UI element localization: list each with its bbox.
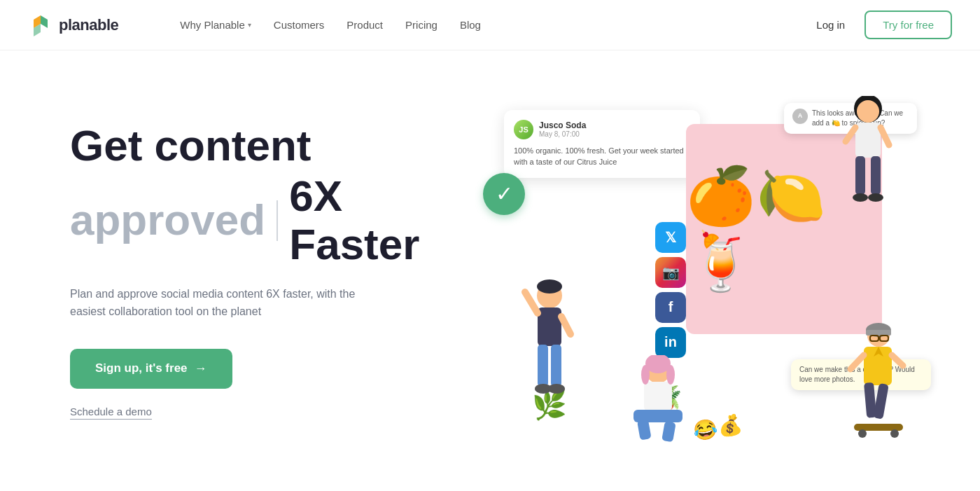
hero-headline-line1: Get content: [70, 122, 434, 170]
hero-subtitle: Plan and approve social media content 6X…: [70, 285, 371, 321]
twitter-icon: 𝕏: [655, 222, 686, 253]
svg-rect-16: [855, 156, 865, 195]
hero-divider: [276, 200, 278, 241]
svg-line-18: [846, 127, 855, 141]
character-3: [623, 355, 693, 446]
svg-point-11: [548, 384, 565, 394]
svg-rect-32: [866, 330, 891, 336]
post-text: 100% organic. 100% fresh. Get your week …: [514, 145, 690, 168]
character-1: [518, 278, 581, 418]
nav-link-pricing[interactable]: Pricing: [397, 13, 446, 36]
nav-links: Why Planable ▾ Customers Product Pricing…: [144, 0, 517, 50]
post-avatar: JS: [514, 120, 533, 139]
demo-link[interactable]: Schedule a demo: [70, 406, 152, 420]
logo-icon: [28, 13, 53, 38]
login-button[interactable]: Log in: [808, 13, 853, 36]
logo-text: planable: [59, 16, 118, 34]
svg-point-14: [857, 100, 879, 123]
hero-section: Get content approved 6X Faster Plan and …: [0, 50, 980, 491]
svg-point-29: [666, 365, 675, 385]
svg-rect-24: [644, 382, 672, 411]
logo[interactable]: planable: [28, 13, 118, 38]
svg-line-7: [561, 317, 570, 334]
svg-marker-0: [41, 15, 48, 28]
svg-point-4: [537, 279, 562, 293]
signup-button[interactable]: Sign up, it's free →: [70, 349, 232, 389]
nav-link-product[interactable]: Product: [338, 13, 391, 36]
nav-right: Log in Try for free: [808, 11, 952, 39]
hero-headline-row2: approved 6X Faster: [70, 172, 434, 268]
try-for-free-button[interactable]: Try for free: [864, 11, 952, 39]
svg-rect-8: [538, 345, 548, 387]
svg-line-43: [850, 355, 864, 369]
facebook-icon: f: [655, 292, 686, 323]
svg-rect-9: [551, 345, 561, 387]
arrow-right-icon: →: [195, 361, 207, 376]
svg-rect-39: [873, 383, 888, 420]
post-card-header: JS Jusco Soda May 8, 07:00: [514, 120, 690, 139]
nav-link-customers[interactable]: Customers: [265, 13, 333, 36]
svg-point-20: [853, 193, 868, 202]
nav-link-why[interactable]: Why Planable ▾: [172, 13, 260, 36]
post-name: Jusco Soda: [539, 120, 586, 130]
svg-rect-5: [538, 307, 561, 346]
comment-avatar-1: A: [792, 109, 808, 124]
svg-point-42: [890, 429, 899, 438]
svg-rect-27: [662, 421, 676, 442]
post-meta: Jusco Soda May 8, 07:00: [539, 120, 586, 138]
nav-left: planable Why Planable ▾ Customers Produc…: [28, 0, 517, 50]
linkedin-icon: in: [655, 327, 686, 358]
chevron-down-icon: ▾: [248, 21, 251, 29]
instagram-icon: 📷: [655, 257, 686, 288]
svg-point-28: [641, 365, 650, 385]
svg-rect-17: [871, 156, 881, 195]
hero-headline-accent: 6X Faster: [289, 172, 434, 268]
svg-line-19: [881, 127, 889, 145]
emoji-pile: 😂💰: [692, 412, 744, 443]
svg-rect-15: [855, 123, 881, 158]
hero-text: Get content approved 6X Faster Plan and …: [70, 122, 434, 420]
character-2: [840, 96, 896, 215]
svg-point-41: [858, 429, 867, 438]
nav-link-blog[interactable]: Blog: [451, 13, 489, 36]
character-4: [840, 320, 917, 439]
check-badge: ✓: [483, 173, 525, 215]
svg-line-44: [892, 355, 903, 366]
hero-headline-muted: approved: [70, 196, 265, 244]
post-card: JS Jusco Soda May 8, 07:00 100% organic.…: [504, 110, 700, 178]
post-date: May 8, 07:00: [539, 130, 586, 138]
svg-point-21: [868, 193, 883, 202]
social-icons-stack: 𝕏 📷 f in: [655, 222, 686, 358]
svg-line-6: [525, 292, 538, 313]
navbar: planable Why Planable ▾ Customers Produc…: [0, 0, 980, 50]
hero-illustration: JS Jusco Soda May 8, 07:00 100% organic.…: [462, 82, 924, 460]
